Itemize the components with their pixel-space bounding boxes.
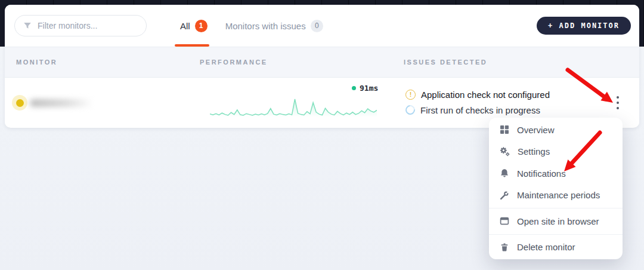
menu-item-label: Maintenance periods [517, 190, 600, 200]
menu-item-notifications[interactable]: Notifications [489, 162, 623, 185]
table-header: MONITOR PERFORMANCE ISSUES DETECTED [5, 47, 639, 78]
response-time: 91ms [352, 84, 378, 93]
bell-icon [500, 168, 509, 178]
menu-item-open-site[interactable]: Open site in browser [489, 210, 623, 232]
menu-item-label: Overview [517, 125, 555, 135]
issues-list: Application check not configured First r… [405, 88, 550, 116]
menu-item-label: Delete monitor [517, 242, 575, 252]
browser-icon [500, 216, 509, 226]
menu-item-label: Settings [518, 146, 550, 157]
tab-issues-label: Monitors with issues [225, 21, 306, 31]
tab-all[interactable]: All 1 [180, 5, 208, 47]
menu-divider [489, 208, 623, 208]
tab-monitors-with-issues[interactable]: Monitors with issues 0 [225, 5, 323, 47]
column-header-monitor: MONITOR [16, 59, 200, 66]
funnel-icon [23, 22, 32, 30]
row-actions-kebab-button[interactable] [609, 91, 626, 115]
menu-item-delete-monitor[interactable]: Delete monitor [489, 237, 623, 259]
response-time-value: 91ms [360, 84, 378, 93]
ok-dot-icon [352, 86, 356, 90]
monitors-toolbar: All 1 Monitors with issues 0 + ADD MONIT… [5, 5, 639, 47]
issue-item: Application check not configured [405, 88, 550, 101]
issue-text: Application check not configured [421, 90, 550, 100]
issue-text: First run of checks in progress [420, 105, 540, 115]
menu-item-label: Notifications [517, 168, 566, 179]
column-header-performance: PERFORMANCE [200, 59, 404, 66]
menu-item-settings[interactable]: Settings [489, 141, 623, 163]
monitor-name-blurred [30, 99, 93, 107]
menu-divider [489, 234, 623, 235]
menu-item-overview[interactable]: Overview [489, 119, 623, 141]
monitors-panel: All 1 Monitors with issues 0 + ADD MONIT… [5, 5, 639, 128]
gears-icon [500, 146, 510, 157]
warning-icon [405, 90, 416, 100]
performance-sparkline [210, 97, 377, 117]
spinner-icon [404, 103, 417, 117]
monitor-tabs: All 1 Monitors with issues 0 [180, 5, 323, 47]
column-header-issues: ISSUES DETECTED [404, 59, 639, 66]
grid-icon [500, 125, 509, 134]
tab-all-label: All [180, 21, 190, 31]
menu-item-label: Open site in browser [517, 216, 599, 226]
issue-item: First run of checks in progress [405, 103, 550, 116]
wrench-icon [500, 191, 509, 200]
tab-all-count-badge: 1 [195, 20, 208, 32]
menu-item-maintenance-periods[interactable]: Maintenance periods [489, 185, 623, 207]
row-actions-menu: Overview Settings Notifications [489, 118, 623, 259]
monitor-status-dot [12, 95, 27, 111]
filter-monitors-field[interactable] [14, 15, 147, 36]
filter-monitors-input[interactable] [38, 21, 138, 30]
add-monitor-button[interactable]: + ADD MONITOR [537, 17, 631, 35]
trash-icon [500, 243, 509, 252]
tab-issues-count-badge: 0 [311, 20, 323, 32]
